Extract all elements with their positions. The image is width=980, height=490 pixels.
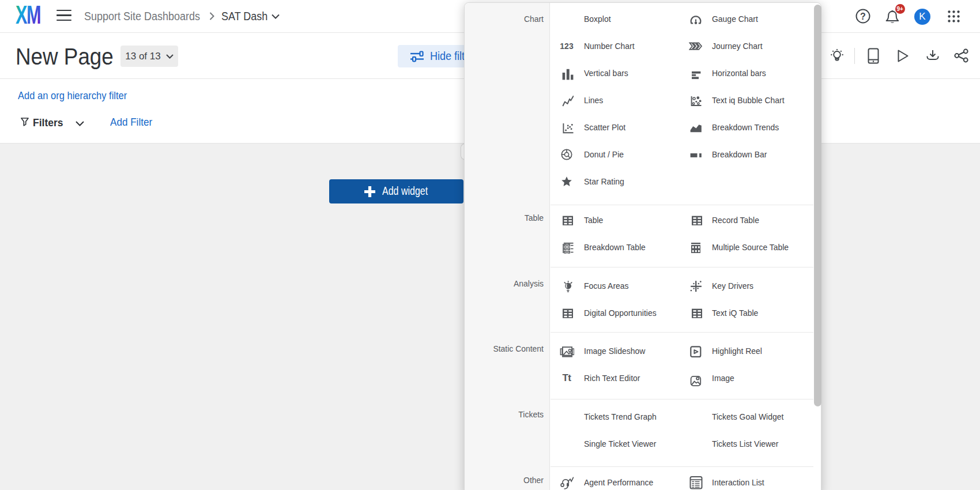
svg-text:XM: XM [16, 2, 40, 26]
svg-text:?: ? [860, 12, 866, 21]
